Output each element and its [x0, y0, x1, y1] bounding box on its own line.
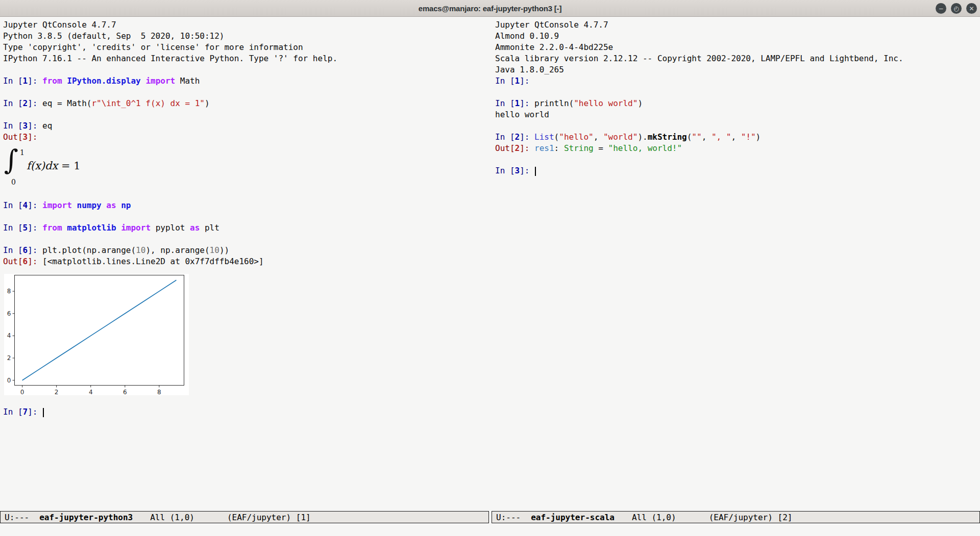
unmaximize-icon: ◴: [953, 6, 959, 12]
keyword: from: [42, 223, 67, 233]
prompt-in: In [: [3, 223, 23, 233]
keyword: from: [42, 76, 67, 86]
prompt-in: In [: [3, 200, 23, 210]
code-text: ): [205, 98, 210, 108]
console-line: Python 3.8.5 (default, Sep 5 2020, 10:50…: [3, 31, 489, 42]
number-literal: 10: [136, 245, 145, 255]
unmaximize-button[interactable]: ◴: [951, 3, 962, 14]
mode-line-python[interactable]: U:--- eaf-jupyter-python3 All (1,0) (EAF…: [0, 511, 489, 523]
code-text: [<matplotlib.lines.Line2D at 0x7f7dffb4e…: [42, 257, 263, 266]
y-tick-label: 8: [7, 288, 11, 295]
mode-line-major-mode[interactable]: (EAF/jupyter) [1]: [227, 513, 311, 522]
code-text: ,: [731, 132, 741, 142]
keyword: import: [42, 200, 77, 210]
jupyter-scala-console[interactable]: Jupyter QtConsole 4.7.7Almond 0.10.9Ammo…: [492, 17, 980, 511]
mode-line-state[interactable]: U:---: [5, 513, 29, 522]
prompt-out: Out[: [495, 143, 515, 153]
integral-lower-limit: 0: [11, 176, 16, 188]
code-text: hello world: [495, 110, 549, 119]
console-line: In [3]:: [495, 165, 980, 176]
string-literal: "hello": [559, 132, 593, 142]
prompt-in: In [: [495, 132, 515, 142]
prompt-in: ]:: [28, 121, 42, 131]
console-line: In [4]: import numpy as np: [3, 200, 489, 211]
code-text: )): [219, 245, 229, 255]
latex-equation-output: ∫10f(x)dx = 1: [3, 143, 489, 200]
integral-symbol: ∫: [4, 145, 18, 175]
prompt-in-number: 1: [515, 98, 520, 108]
prompt-in-number: 1: [515, 76, 520, 86]
type-name: List: [534, 132, 554, 142]
x-tick-label: 2: [55, 389, 59, 396]
minimize-button[interactable]: −: [936, 3, 946, 14]
blank-line: [3, 87, 489, 98]
console-line: In [5]: from matplotlib import pyplot as…: [3, 222, 489, 234]
keyword: import: [116, 223, 151, 233]
console-line: In [1]:: [495, 75, 980, 87]
text-cursor[interactable]: [43, 408, 44, 417]
y-tick-label: 0: [7, 377, 11, 384]
code-text: IPython 7.16.1 -- An enhanced Interactiv…: [3, 54, 337, 63]
prompt-in-number: 1: [23, 76, 28, 86]
string-literal: "hello world": [574, 98, 638, 108]
y-tick-label: 4: [7, 332, 11, 339]
console-line: In [2]: List("hello", "world").mkString(…: [495, 132, 980, 143]
console-line: In [2]: eq = Math(r"\int_0^1 f(x) dx = 1…: [3, 98, 489, 109]
keyword: import: [141, 76, 175, 86]
prompt-in-number: 3: [515, 166, 520, 175]
close-button[interactable]: ✕: [966, 3, 977, 14]
console-line: Java 1.8.0_265: [495, 64, 980, 75]
blank-line: [3, 109, 489, 120]
code-text: eq = Math(: [42, 98, 91, 108]
prompt-in: In [: [495, 166, 515, 175]
console-line: Out[2]: res1: String = "hello, world!": [495, 143, 980, 154]
prompt-in: ]:: [28, 200, 42, 210]
code-text: Type 'copyright', 'credits' or 'license'…: [3, 42, 303, 52]
mode-line-buffer-name[interactable]: eaf-jupyter-scala: [531, 513, 615, 522]
code-text: ), np.arange(: [145, 245, 209, 255]
mode-line-position: All (1,0): [632, 513, 676, 522]
keyword: as: [102, 200, 121, 210]
mode-line-buffer-name[interactable]: eaf-jupyter-python3: [39, 513, 133, 522]
line-plot: 0246802468: [4, 274, 189, 395]
mode-line-position: All (1,0): [150, 513, 194, 522]
console-line: Jupyter QtConsole 4.7.7: [495, 19, 980, 31]
string-literal: ", ": [712, 132, 731, 142]
text-cursor[interactable]: [535, 167, 536, 176]
jupyter-python-console[interactable]: Jupyter QtConsole 4.7.7Python 3.8.5 (def…: [0, 17, 489, 511]
code-text: ,: [594, 132, 603, 142]
code-text: pyplot: [151, 223, 190, 233]
title-bar[interactable]: emacs@manjaro: eaf-jupyter-python3 [-] −…: [0, 0, 980, 17]
window-title: emacs@manjaro: eaf-jupyter-python3 [-]: [419, 4, 561, 13]
prompt-out: ]:: [28, 132, 37, 142]
prompt-in: ]:: [28, 245, 42, 255]
code-text: Python 3.8.5 (default, Sep 5 2020, 10:50…: [3, 31, 224, 41]
code-text: println(: [534, 98, 574, 108]
prompt-in-number: 2: [515, 132, 520, 142]
code-text: Scala library version 2.12.12 -- Copyrig…: [495, 54, 903, 63]
console-line: Almond 0.10.9: [495, 31, 980, 42]
window-buttons: − ◴ ✕: [936, 0, 977, 17]
prompt-in: In [: [3, 245, 23, 255]
mode-line-scala[interactable]: U:--- eaf-jupyter-scala All (1,0) (EAF/j…: [492, 511, 980, 523]
console-line: In [7]:: [3, 406, 489, 418]
code-text: plt: [200, 223, 219, 233]
module-name: IPython.display: [67, 76, 141, 86]
string-literal: "!": [741, 132, 756, 142]
close-icon: ✕: [969, 6, 974, 12]
mode-line-state[interactable]: U:---: [496, 513, 521, 522]
blank-line: [3, 64, 489, 75]
mode-line-major-mode[interactable]: (EAF/jupyter) [2]: [709, 513, 793, 522]
prompt-out: ]:: [28, 257, 42, 266]
prompt-in: In [: [3, 121, 23, 131]
echo-area-minibuffer[interactable]: [0, 523, 980, 536]
module-name: matplotlib: [67, 223, 116, 233]
prompt-in-number: 7: [23, 407, 28, 417]
equation-body: f(x)dx = 1: [27, 160, 81, 171]
code-text: ,: [702, 132, 712, 142]
main-area: Jupyter QtConsole 4.7.7Python 3.8.5 (def…: [0, 17, 980, 523]
prompt-out: Out[: [3, 132, 23, 142]
code-text: plt.plot(np.arange(: [42, 245, 136, 255]
prompt-in: ]:: [520, 98, 534, 108]
code-text: Jupyter QtConsole 4.7.7: [3, 20, 116, 30]
